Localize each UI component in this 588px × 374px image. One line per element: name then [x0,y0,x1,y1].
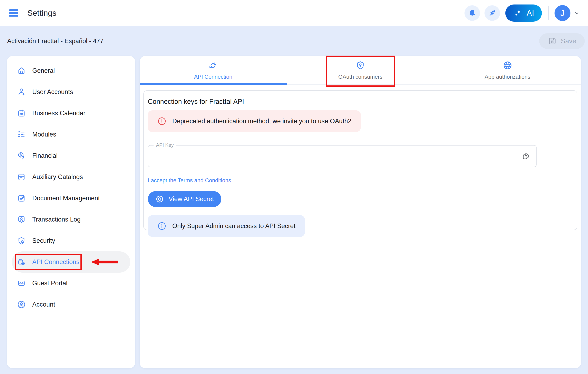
sidebar-item-user-accounts[interactable]: User Accounts [12,81,130,103]
tab-label: App authorizations [485,74,530,80]
home-icon [17,66,26,76]
sidebar-item-label: Transactions Log [32,216,81,223]
sidebar-item-guest-portal[interactable]: Guest Portal [12,273,130,294]
sidebar-item-label: User Accounts [32,88,73,96]
tab-api-connection[interactable]: API Connection [140,56,287,84]
save-button[interactable]: Save [539,33,585,49]
sidebar-item-document-management[interactable]: Document Management [12,188,130,209]
content-area: General User Accounts Business Calendar [0,56,588,368]
sidebar-item-general[interactable]: General [12,60,130,81]
admin-info-text: Only Super Admin can access to API Secre… [172,222,295,230]
view-icon [155,195,164,204]
ai-button-label: AI [526,9,534,18]
sidebar-item-label: Business Calendar [32,110,85,117]
tab-oauth-consumers[interactable]: OAuth consumers [287,56,434,84]
portal-code-icon [17,279,26,288]
catalog-icon [17,172,26,182]
page-title: Settings [27,9,57,18]
sidebar-item-financial[interactable]: Financial [12,145,130,166]
terms-and-conditions-link[interactable]: I accept the Terms and Conditions [148,177,231,184]
sidebar-item-security[interactable]: Security [12,230,130,251]
tab-label: API Connection [194,74,232,80]
shield-keyhole-icon [355,60,366,70]
sidebar-item-api-connections[interactable]: API Connections [12,251,130,273]
hamburger-icon [9,9,19,18]
person-badge-icon [17,215,26,224]
sidebar-item-transactions-log[interactable]: Transactions Log [12,209,130,230]
sidebar-item-label: Account [32,301,55,308]
checklist-icon [17,130,26,139]
deprecation-warning-banner: Deprecated authentication method, we inv… [148,110,361,132]
user-plus-icon [17,87,26,97]
sidebar-item-label: API Connections [32,258,79,266]
view-api-secret-button[interactable]: View API Secret [148,191,221,207]
globe-icon [503,60,513,70]
company-breadcrumb: Activación Fracttal - Español - 477 [7,37,104,45]
copy-api-key-button[interactable] [519,150,533,163]
notifications-button[interactable] [464,5,480,21]
whats-new-button[interactable] [484,5,500,21]
save-button-label: Save [561,37,576,45]
copy-icon [521,151,531,161]
sub-header: Activación Fracttal - Español - 477 Save [0,26,588,56]
person-circle-icon [17,300,26,309]
sidebar-item-label: Auxiliary Catalogs [32,173,83,181]
card-heading: Connection keys for Fracttal API [148,98,573,105]
rocket-icon [488,9,496,17]
view-api-secret-label: View API Secret [169,195,214,203]
save-icon [548,37,557,45]
ai-assistant-button[interactable]: AI [505,4,542,22]
active-tab-underline [140,83,287,85]
sidebar-item-label: Security [32,237,55,244]
sidebar-item-label: General [32,67,55,74]
tab-bar: API Connection OAuth consumers App autho… [140,56,581,85]
avatar: J [555,5,570,21]
tab-label: OAuth consumers [338,74,382,80]
shield-search-icon [17,236,26,245]
annotation-arrow [91,259,118,265]
admin-info-banner: Only Super Admin can access to API Secre… [148,215,305,237]
document-clock-icon [17,194,26,203]
calendar-icon [17,109,26,118]
api-key-input[interactable] [148,145,536,167]
api-key-label: API Key [154,142,176,148]
sidebar-item-label: Guest Portal [32,280,67,287]
api-connections-panel: API Connection OAuth consumers App autho… [140,56,581,368]
sidebar-item-label: Modules [32,131,56,138]
sidebar-item-label: Document Management [32,195,100,202]
chevron-down-icon [573,10,580,17]
warning-icon [157,117,167,126]
sidebar-item-label: Financial [32,152,58,159]
sidebar-item-auxiliary-catalogs[interactable]: Auxiliary Catalogs [12,166,130,188]
info-icon [157,221,167,231]
sidebar-item-business-calendar[interactable]: Business Calendar [12,103,130,124]
sidebar-item-modules[interactable]: Modules [12,124,130,145]
header-divider [548,6,549,20]
connection-keys-card: Connection keys for Fracttal API Depreca… [143,90,578,230]
sparkles-icon [513,8,523,18]
hamburger-menu-button[interactable] [8,7,20,19]
plug-icon [208,60,218,70]
settings-sidebar: General User Accounts Business Calendar [7,56,135,368]
sidebar-item-account[interactable]: Account [12,294,130,315]
tab-app-authorizations[interactable]: App authorizations [434,56,581,84]
dollar-coin-icon [17,151,26,160]
api-key-field: API Key [148,145,536,167]
api-gear-icon [17,257,26,267]
top-bar: Settings AI [0,0,588,26]
deprecation-warning-text: Deprecated authentication method, we inv… [172,118,351,125]
bell-icon [468,9,476,17]
user-menu-button[interactable]: J [555,5,580,21]
